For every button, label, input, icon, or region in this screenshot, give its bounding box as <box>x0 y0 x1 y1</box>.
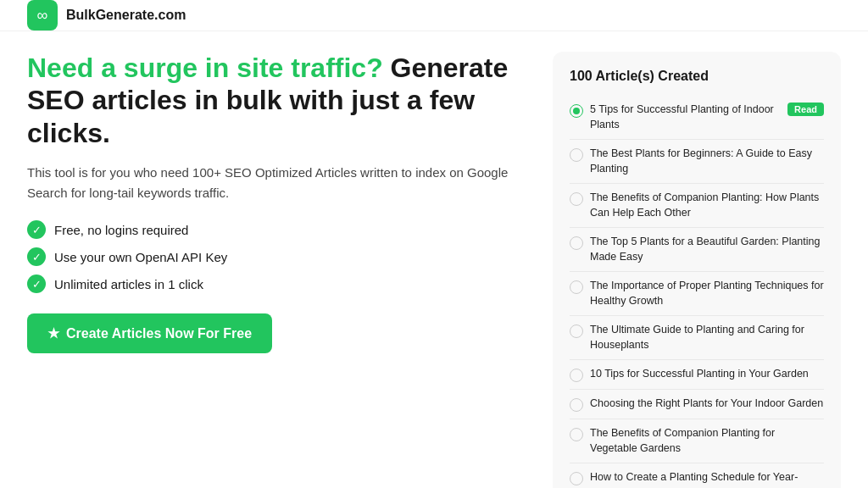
article-item-content: The Importance of Proper Planting Techni… <box>590 279 824 308</box>
check-icon: ✓ <box>27 247 46 266</box>
article-completed-icon <box>570 104 583 118</box>
article-item-content: The Ultimate Guide to Planting and Carin… <box>590 323 824 352</box>
cta-label: Create Articles Now For Free <box>66 326 252 341</box>
description-text: This tool is for you who need 100+ SEO O… <box>27 163 519 203</box>
article-pending-icon <box>570 472 583 485</box>
article-pending-icon <box>570 192 583 206</box>
read-badge[interactable]: Read <box>787 103 824 116</box>
article-pending-icon <box>570 148 583 162</box>
article-title: The Ultimate Guide to Planting and Carin… <box>590 323 824 352</box>
article-item: The Top 5 Plants for a Beautiful Garden:… <box>570 228 824 272</box>
article-item-content: The Top 5 Plants for a Beautiful Garden:… <box>590 235 824 264</box>
article-pending-icon <box>570 369 583 382</box>
article-item-content: The Best Plants for Beginners: A Guide t… <box>590 147 824 176</box>
article-pending-icon <box>570 280 583 294</box>
article-item: How to Create a Planting Schedule for Ye… <box>570 463 824 488</box>
feature-item: ✓ Use your own OpenAI API Key <box>27 247 519 266</box>
article-title: 5 Tips for Successful Planting of Indoor… <box>590 103 781 132</box>
article-item-content: The Benefits of Companion Planting: How … <box>590 191 824 220</box>
article-item-content: The Benefits of Companion Planting for V… <box>590 426 824 456</box>
article-pending-icon <box>570 236 583 250</box>
feature-item: ✓ Free, no logins required <box>27 220 519 239</box>
articles-panel: 100 Article(s) Created 5 Tips for Succes… <box>553 52 841 488</box>
articles-count-title: 100 Article(s) Created <box>570 69 824 84</box>
article-item: The Benefits of Companion Planting for V… <box>570 419 824 463</box>
article-item: The Benefits of Companion Planting: How … <box>570 184 824 228</box>
header: ∞ BulkGenerate.com <box>0 0 868 31</box>
article-pending-icon <box>570 428 583 441</box>
article-title: The Importance of Proper Planting Techni… <box>590 279 824 308</box>
cta-button[interactable]: ★ Create Articles Now For Free <box>27 313 272 353</box>
headline-green: Need a surge in site traffic? <box>27 53 383 83</box>
feature-label: Unlimited articles in 1 click <box>54 277 203 291</box>
article-item-content: Choosing the Right Plants for Your Indoo… <box>590 396 824 412</box>
article-item: The Best Plants for Beginners: A Guide t… <box>570 140 824 184</box>
article-title: Choosing the Right Plants for Your Indoo… <box>590 396 823 412</box>
articles-list: 5 Tips for Successful Planting of Indoor… <box>570 96 824 488</box>
features-list: ✓ Free, no logins required ✓ Use your ow… <box>27 220 519 293</box>
star-icon: ★ <box>47 325 59 341</box>
article-pending-icon <box>570 324 583 338</box>
article-title: The Benefits of Companion Planting: How … <box>590 191 824 220</box>
main-content: Need a surge in site traffic? Generate S… <box>0 31 868 488</box>
feature-label: Free, no logins required <box>54 223 188 237</box>
feature-label: Use your own OpenAI API Key <box>54 250 227 264</box>
article-title: The Best Plants for Beginners: A Guide t… <box>590 147 824 176</box>
logo-text: BulkGenerate.com <box>66 8 186 23</box>
article-title: The Top 5 Plants for a Beautiful Garden:… <box>590 235 824 264</box>
article-title: How to Create a Planting Schedule for Ye… <box>590 470 824 488</box>
article-item: The Ultimate Guide to Planting and Carin… <box>570 316 824 360</box>
left-section: Need a surge in site traffic? Generate S… <box>27 52 519 488</box>
article-title: 10 Tips for Successful Planting in Your … <box>590 367 809 382</box>
article-item: 5 Tips for Successful Planting of Indoor… <box>570 96 824 140</box>
article-item-content: How to Create a Planting Schedule for Ye… <box>590 470 824 488</box>
article-item-content: 5 Tips for Successful Planting of Indoor… <box>590 103 824 132</box>
logo-icon: ∞ <box>27 0 58 30</box>
article-item: Choosing the Right Plants for Your Indoo… <box>570 390 824 419</box>
logo-container: ∞ BulkGenerate.com <box>27 0 186 30</box>
article-item-content: 10 Tips for Successful Planting in Your … <box>590 367 824 382</box>
article-pending-icon <box>570 398 583 412</box>
article-item: 10 Tips for Successful Planting in Your … <box>570 360 824 390</box>
article-item: The Importance of Proper Planting Techni… <box>570 272 824 316</box>
main-headline: Need a surge in site traffic? Generate S… <box>27 52 519 149</box>
feature-item: ✓ Unlimited articles in 1 click <box>27 274 519 293</box>
article-title: The Benefits of Companion Planting for V… <box>590 426 824 456</box>
check-icon: ✓ <box>27 220 46 239</box>
check-icon: ✓ <box>27 274 46 293</box>
